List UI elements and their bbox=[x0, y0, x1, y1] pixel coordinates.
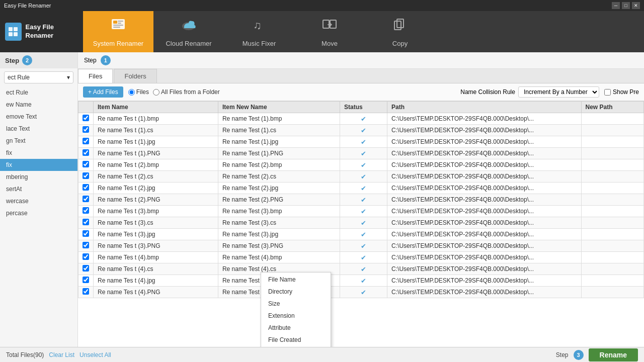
row-item-new-name: Re name Test (2).cs bbox=[218, 171, 340, 183]
row-checkbox[interactable] bbox=[83, 126, 89, 133]
maximize-button[interactable]: □ bbox=[622, 2, 630, 9]
table-row[interactable]: Re name Tes t (4).bmp Re name Test (4).b… bbox=[78, 252, 644, 263]
table-row[interactable]: Re name Tes t (3).cs Re name Test (3).cs… bbox=[78, 217, 644, 229]
row-checkbox[interactable] bbox=[83, 184, 89, 191]
row-checkbox[interactable] bbox=[83, 253, 89, 260]
unselect-all-link[interactable]: Unselect All bbox=[79, 351, 111, 358]
file-toolbar: + Add Files Files All Files from a Folde… bbox=[78, 83, 644, 101]
cloud-renamer-button[interactable]: Cloud Renamer bbox=[153, 11, 224, 52]
row-checkbox[interactable] bbox=[83, 265, 89, 272]
table-row[interactable]: Re name Tes t (2).bmp Re name Test (2).b… bbox=[78, 159, 644, 171]
row-item-name: Re name Tes t (4).jpg bbox=[94, 275, 218, 287]
context-menu-item-file-created[interactable]: File Created bbox=[261, 334, 331, 346]
radio-all-files-input[interactable] bbox=[153, 89, 159, 96]
radio-all-files-label[interactable]: All Files from a Folder bbox=[153, 88, 220, 96]
sidebar-dropdown[interactable]: ect Rule ▾ bbox=[4, 71, 73, 83]
sidebar-item-align-text[interactable]: gn Text bbox=[0, 135, 77, 147]
context-menu-item-filename[interactable]: File Name bbox=[261, 274, 331, 286]
collision-rule-select[interactable]: Increment By a Number bbox=[518, 86, 599, 98]
row-checkbox[interactable] bbox=[83, 138, 89, 144]
copy-button[interactable]: Copy bbox=[365, 11, 435, 52]
table-row[interactable]: Re name Tes t (2).cs Re name Test (2).cs… bbox=[78, 171, 644, 183]
show-prev-checkbox[interactable] bbox=[604, 89, 611, 96]
sidebar-item-numbering[interactable]: mbering bbox=[0, 171, 77, 183]
context-menu-item-directory[interactable]: Directory bbox=[261, 286, 331, 298]
context-menu-item-last-write-time[interactable]: Last Write Time bbox=[261, 346, 331, 347]
move-label: Move bbox=[321, 40, 338, 47]
row-path: C:\Users\TEMP.DESKTOP-29SF4QB.000\Deskto… bbox=[387, 252, 581, 263]
row-checkbox[interactable] bbox=[83, 242, 89, 248]
row-checkbox[interactable] bbox=[83, 149, 89, 156]
svg-rect-7 bbox=[113, 27, 120, 28]
context-menu-item-extension[interactable]: Extension bbox=[261, 310, 331, 322]
table-row[interactable]: Re name Tes t (4).jpg Re name Test (4).j… bbox=[78, 275, 644, 287]
collision-rule-label: Name Collision Rule bbox=[460, 88, 515, 96]
row-checkbox-cell bbox=[78, 206, 94, 217]
row-checkbox[interactable] bbox=[83, 115, 89, 121]
sidebar-item-prefix[interactable]: fix bbox=[0, 147, 77, 159]
row-new-path bbox=[581, 275, 643, 287]
sidebar-item-insert-at[interactable]: sertAt bbox=[0, 183, 77, 195]
col-header-item-name: Item Name bbox=[94, 102, 218, 113]
table-row[interactable]: Re name Tes t (2).jpg Re name Test (2).j… bbox=[78, 183, 644, 194]
row-status: ✔ bbox=[340, 217, 387, 229]
row-checkbox[interactable] bbox=[83, 230, 89, 237]
tab-files[interactable]: Files bbox=[78, 69, 113, 83]
system-renamer-button[interactable]: System Renamer bbox=[83, 11, 153, 52]
row-checkbox[interactable] bbox=[83, 219, 89, 225]
row-item-new-name: Re name Test (3).jpg bbox=[218, 229, 340, 240]
minimize-button[interactable]: ─ bbox=[612, 2, 620, 9]
context-menu-item-size[interactable]: Size bbox=[261, 298, 331, 310]
row-checkbox[interactable] bbox=[83, 196, 89, 202]
row-item-name: Re name Tes t (3).PNG bbox=[94, 240, 218, 252]
row-checkbox[interactable] bbox=[83, 288, 89, 295]
table-row[interactable]: Re name Tes t (2).PNG Re name Test (2).P… bbox=[78, 194, 644, 206]
table-row[interactable]: Re name Tes t (3).PNG Re name Test (3).P… bbox=[78, 240, 644, 252]
radio-files-label[interactable]: Files bbox=[128, 88, 149, 96]
row-checkbox[interactable] bbox=[83, 161, 89, 167]
row-checkbox-cell bbox=[78, 113, 94, 125]
sidebar-step-badge: 2 bbox=[22, 55, 32, 65]
table-row[interactable]: Re name Tes t (1).bmp Re name Test (1).b… bbox=[78, 113, 644, 125]
table-row[interactable]: Re name Tes t (4).cs Re name Test (4).cs… bbox=[78, 263, 644, 275]
context-menu-item-attribute[interactable]: Attribute bbox=[261, 322, 331, 334]
close-button[interactable]: ✕ bbox=[632, 2, 640, 9]
move-button[interactable]: Move bbox=[294, 11, 365, 52]
row-path: C:\Users\TEMP.DESKTOP-29SF4QB.000\Deskto… bbox=[387, 148, 581, 159]
radio-group: Files All Files from a Folder bbox=[128, 88, 220, 96]
table-row[interactable]: Re name Tes t (1).PNG Re name Test (1).P… bbox=[78, 148, 644, 159]
sidebar-item-select-rule[interactable]: ect Rule bbox=[0, 86, 77, 99]
sidebar-item-new-name[interactable]: ew Name bbox=[0, 99, 77, 111]
row-status: ✔ bbox=[340, 275, 387, 287]
table-row[interactable]: Re name Tes t (1).cs Re name Test (1).cs… bbox=[78, 125, 644, 136]
table-row[interactable]: Re name Tes t (1).jpg Re name Test (1).j… bbox=[78, 136, 644, 148]
table-row[interactable]: Re name Tes t (3).jpg Re name Test (3).j… bbox=[78, 229, 644, 240]
context-menu: File Name Directory Size Extension Attri… bbox=[261, 272, 331, 347]
music-fixer-button[interactable]: ♫ Music Fixer bbox=[224, 11, 294, 52]
table-row[interactable]: Re name Tes t (3).bmp Re name Test (3).b… bbox=[78, 206, 644, 217]
sidebar-item-remove-text[interactable]: emove Text bbox=[0, 111, 77, 123]
radio-files-input[interactable] bbox=[128, 89, 135, 96]
add-files-button[interactable]: + Add Files bbox=[83, 86, 123, 98]
row-new-path bbox=[581, 263, 643, 275]
app-logo-text: Easy File Renamer bbox=[26, 23, 78, 40]
table-row[interactable]: Re name Tes t (4).PNG Re name Test (4).P… bbox=[78, 287, 644, 298]
row-item-name: Re name Tes t (2).jpg bbox=[94, 183, 218, 194]
row-new-path bbox=[581, 171, 643, 183]
row-checkbox-cell bbox=[78, 125, 94, 136]
sidebar-item-suffix[interactable]: fix bbox=[0, 159, 77, 171]
rename-button[interactable]: Rename bbox=[589, 348, 638, 361]
content-step-label: Step bbox=[84, 57, 97, 64]
sidebar-item-replace-text[interactable]: lace Text bbox=[0, 123, 77, 135]
row-checkbox[interactable] bbox=[83, 277, 89, 283]
row-checkbox[interactable] bbox=[83, 172, 89, 179]
sidebar-item-lowercase[interactable]: wercase bbox=[0, 195, 77, 207]
sidebar-item-uppercase[interactable]: percase bbox=[0, 207, 77, 219]
clear-list-link[interactable]: Clear List bbox=[49, 351, 74, 358]
row-status: ✔ bbox=[340, 136, 387, 148]
row-checkbox[interactable] bbox=[83, 207, 89, 214]
row-new-path bbox=[581, 125, 643, 136]
tab-folders[interactable]: Folders bbox=[114, 69, 156, 83]
row-status: ✔ bbox=[340, 113, 387, 125]
row-status: ✔ bbox=[340, 229, 387, 240]
